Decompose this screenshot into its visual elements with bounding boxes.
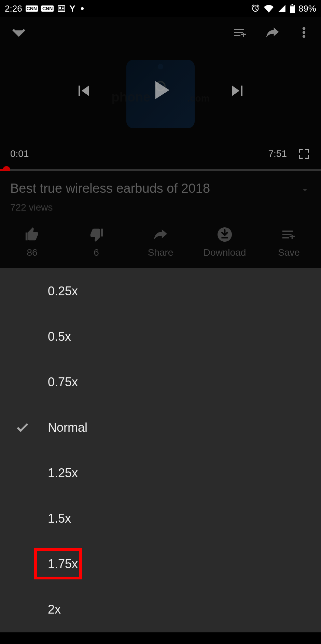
speed-option[interactable]: 2x <box>0 587 321 632</box>
speed-option-label: 2x <box>48 602 61 617</box>
status-bar: 2:26 CNN CNN Y 89% <box>0 0 321 17</box>
speed-option[interactable]: 0.5x <box>0 314 321 359</box>
notification-dot-icon <box>81 7 84 10</box>
speed-option-label: Normal <box>48 420 87 435</box>
playback-speed-menu: 0.25x0.5x0.75xNormal1.25x1.5x1.75x2x <box>0 268 321 632</box>
play-button[interactable] <box>145 75 176 107</box>
speed-option-label: 1.75x <box>48 557 78 571</box>
nav-back-icon[interactable] <box>43 642 54 644</box>
check-icon <box>12 420 33 435</box>
speed-option-label: 1.25x <box>48 466 78 480</box>
speed-option-label: 0.75x <box>48 375 78 389</box>
speed-option[interactable]: 0.75x <box>0 359 321 405</box>
svg-point-3 <box>303 27 305 30</box>
svg-point-5 <box>303 35 305 38</box>
battery-icon <box>290 4 295 13</box>
duration: 7:51 <box>268 148 287 159</box>
status-time: 2:26 <box>5 3 22 14</box>
speed-option-label: 0.25x <box>48 284 78 298</box>
video-actions: 86 6 Share Download Save <box>0 220 321 268</box>
speed-option[interactable]: 0.25x <box>0 268 321 314</box>
speed-option[interactable]: Normal <box>0 405 321 450</box>
fullscreen-icon[interactable] <box>297 147 311 161</box>
speed-option[interactable]: 1.5x <box>0 496 321 541</box>
speed-option-label: 1.5x <box>48 511 71 526</box>
skip-previous-icon[interactable] <box>73 81 94 101</box>
video-info-section[interactable]: Best true wireless earbuds of 2018 722 v… <box>0 171 321 220</box>
svg-point-4 <box>303 31 305 34</box>
skip-next-icon[interactable] <box>227 81 248 101</box>
system-navigation-bar <box>0 632 321 644</box>
add-to-queue-icon[interactable] <box>233 25 248 40</box>
svg-rect-2 <box>290 5 294 6</box>
more-vert-icon[interactable] <box>297 25 311 40</box>
speed-option[interactable]: 1.25x <box>0 450 321 496</box>
wifi-icon <box>264 4 274 13</box>
speed-option[interactable]: 1.75x <box>0 541 321 587</box>
notification-cnn-icon-1: CNN <box>26 5 38 12</box>
battery-percent: 89% <box>298 3 316 14</box>
current-time: 0:01 <box>10 148 29 159</box>
speed-option-label: 0.5x <box>48 330 71 344</box>
notification-y-icon: Y <box>69 3 75 14</box>
collapse-chevron-icon[interactable] <box>10 24 27 41</box>
signal-icon <box>277 4 286 13</box>
share-arrow-icon[interactable] <box>265 25 280 40</box>
notification-news-icon <box>57 4 66 13</box>
video-player[interactable]: phoneArena.com 0:01 7:51 <box>0 17 321 171</box>
alarm-icon <box>251 4 260 13</box>
svg-rect-1 <box>292 4 293 5</box>
notification-cnn-icon-2: CNN <box>41 5 54 12</box>
